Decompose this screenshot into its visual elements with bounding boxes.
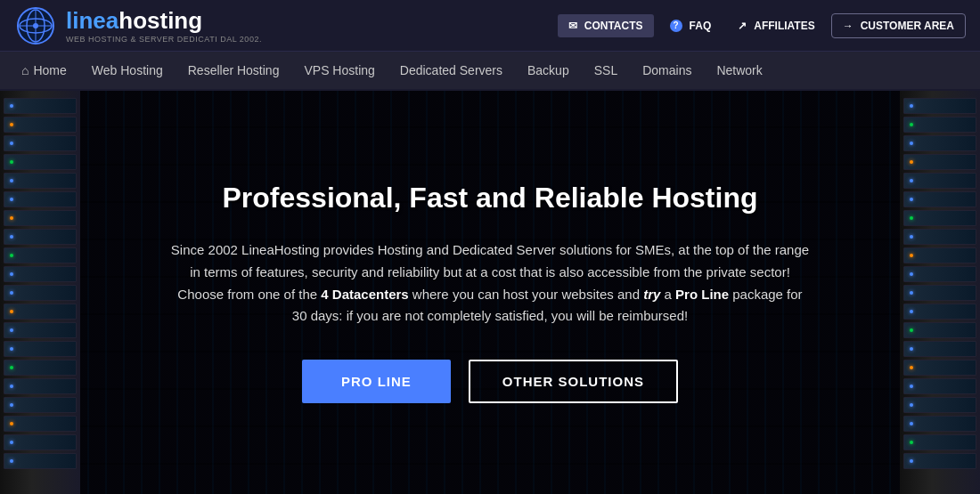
rack-unit [903,416,976,432]
nav-item-dedicated-servers[interactable]: Dedicated Servers [388,51,515,90]
logo-icon [14,4,57,47]
rack-unit [4,360,77,376]
rack-unit [4,304,77,320]
login-icon [843,20,856,32]
nav-item-vps-hosting[interactable]: VPS Hosting [291,51,387,90]
rack-unit [4,416,77,432]
contacts-button[interactable]: CONTACTS [558,14,654,37]
home-icon: ⌂ [21,63,29,77]
nav-item-reseller-hosting[interactable]: Reseller Hosting [176,51,292,90]
logo-text-wrap: lineahosting WEB HOSTING & SERVER DEDICA… [66,7,262,44]
hero-title: Professional, Fast and Reliable Hosting [169,182,811,215]
rack-unit [4,135,77,151]
nav-item-ssl[interactable]: SSL [582,51,630,90]
rack-unit [4,173,77,189]
rack-unit [903,434,976,450]
rack-unit [4,247,77,263]
rack-unit [4,453,77,469]
rack-decoration-left [0,91,80,494]
rack-unit [4,154,77,170]
rack-unit [4,191,77,207]
rack-unit [4,434,77,450]
rack-unit [903,397,976,413]
rack-unit [903,453,976,469]
rack-unit [903,285,976,301]
main-navigation: ⌂ Home Web Hosting Reseller Hosting VPS … [0,52,980,91]
affiliates-button[interactable]: AFFILIATES [727,14,825,37]
rack-unit [903,304,976,320]
rack-unit [4,378,77,394]
rack-unit [903,191,976,207]
envelope-icon [568,20,580,32]
rack-unit [903,135,976,151]
rack-unit [903,322,976,338]
svg-point-5 [33,23,38,28]
logo-area: lineahosting WEB HOSTING & SERVER DEDICA… [14,4,262,47]
nav-item-home[interactable]: ⌂ Home [9,51,79,90]
rack-unit [4,229,77,245]
nav-item-domains[interactable]: Domains [630,51,704,90]
rack-unit [4,117,77,133]
rack-unit [4,210,77,226]
chart-icon [738,20,749,32]
rack-decoration-right [900,91,980,494]
top-navigation: CONTACTS FAQ AFFILIATES CUSTOMER AREA [558,13,966,38]
rack-unit [903,360,976,376]
nav-item-network[interactable]: Network [704,51,774,90]
rack-unit [903,341,976,357]
hero-description: Since 2002 LineaHosting provides Hosting… [169,239,811,328]
rack-unit [903,117,976,133]
customer-area-button[interactable]: CUSTOMER AREA [831,13,966,38]
top-bar: lineahosting WEB HOSTING & SERVER DEDICA… [0,0,980,52]
rack-unit [903,210,976,226]
hero-section: Professional, Fast and Reliable Hosting … [0,91,980,494]
brand-name: lineahosting [66,7,262,35]
other-solutions-button[interactable]: OTHER SOLUTIONS [469,360,678,403]
rack-unit [903,378,976,394]
rack-unit [903,98,976,114]
question-icon [670,19,685,32]
hero-content: Professional, Fast and Reliable Hosting … [143,182,837,403]
rack-unit [903,173,976,189]
rack-unit [4,341,77,357]
hero-buttons: PRO LINE OTHER SOLUTIONS [169,360,811,403]
rack-unit [903,154,976,170]
faq-button[interactable]: FAQ [659,13,723,37]
nav-item-web-hosting[interactable]: Web Hosting [79,51,176,90]
rack-unit [903,229,976,245]
rack-unit [4,397,77,413]
brand-subtitle: WEB HOSTING & SERVER DEDICATI DAL 2002. [66,35,262,44]
rack-unit [903,247,976,263]
proline-button[interactable]: PRO LINE [302,360,451,403]
rack-unit [4,266,77,282]
rack-unit [4,322,77,338]
rack-unit [4,285,77,301]
rack-unit [4,98,77,114]
rack-unit [903,266,976,282]
nav-item-backup[interactable]: Backup [515,51,582,90]
